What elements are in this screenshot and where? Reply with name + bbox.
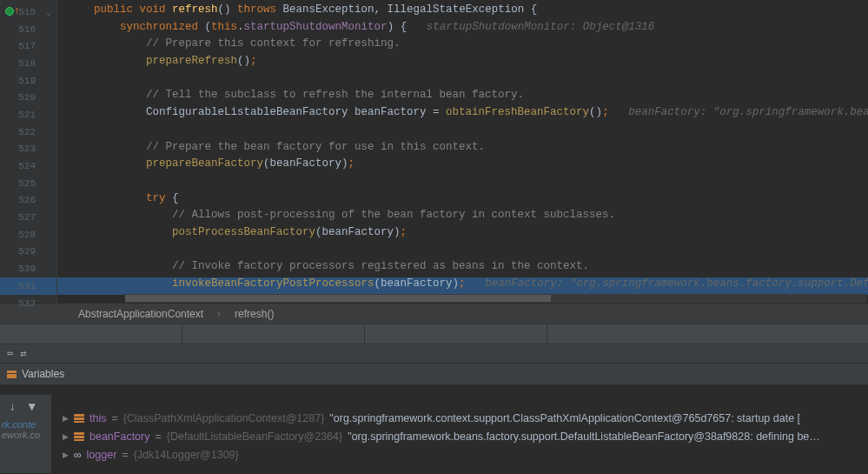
line-num[interactable]: 520 (0, 89, 56, 106)
line-num[interactable]: 523 (0, 141, 56, 158)
line-num[interactable]: 531 (0, 277, 56, 295)
horizontal-scrollbar[interactable] (125, 294, 866, 303)
object-icon (74, 432, 84, 441)
line-num[interactable]: 532 (0, 295, 56, 312)
code-line[interactable]: postProcessBeanFactory(beanFactory); (57, 226, 868, 244)
expand-arrow-icon[interactable]: ▶ (63, 451, 69, 459)
code-line[interactable]: // Invoke factory processors registered … (57, 260, 868, 277)
crumb-class[interactable]: AbstractApplicationContext (78, 308, 203, 320)
code-line[interactable]: // Tell the subclass to refresh the inte… (57, 89, 868, 106)
line-num[interactable]: 528 (0, 226, 56, 244)
code-line[interactable]: public void refresh() throws BeansExcept… (57, 3, 868, 21)
step-down-icon[interactable]: ↓ (9, 400, 16, 414)
code-line[interactable]: ConfigurableListableBeanFactory beanFact… (57, 106, 868, 124)
expand-arrow-icon[interactable]: ▶ (63, 414, 69, 423)
chevron-right-icon: › (217, 308, 221, 320)
inline-debug-hint: startupShutdownMonitor: Object@1316 (407, 21, 654, 33)
filter-icon[interactable]: ▼ (28, 400, 35, 414)
variable-row[interactable]: ▶ ∞ logger = {Jdk14Logger@1309} (56, 445, 868, 464)
line-num[interactable]: 516 (0, 21, 56, 38)
code-line[interactable]: synchronized (this.startupShutdownMonito… (57, 21, 868, 38)
line-num[interactable]: 519 (0, 72, 56, 90)
line-num[interactable]: 525 (0, 175, 56, 192)
variables-toolbar: ≔ ⇄ (0, 344, 868, 364)
line-num[interactable]: 521 (0, 106, 56, 124)
settings-icon[interactable]: ⇄ (20, 347, 26, 360)
thread-label: rk.conte (0, 419, 51, 430)
variables-header[interactable]: Variables (0, 364, 868, 384)
code-line-current[interactable]: invokeBeanFactoryPostProcessors(beanFact… (57, 277, 868, 295)
line-num[interactable]: 530 (0, 260, 56, 277)
inline-debug-hint: beanFactory: "org.springframework.beans.… (466, 277, 868, 290)
code-line[interactable] (57, 175, 868, 192)
link-icon: ∞ (74, 449, 82, 461)
code-line[interactable]: try { (57, 192, 868, 210)
line-num[interactable]: 526 (0, 192, 56, 210)
thread-label: ework.co (0, 430, 51, 440)
tab[interactable] (182, 324, 365, 344)
variables-icon (7, 371, 17, 378)
fold-icon[interactable]: ⌄ (46, 7, 51, 17)
code-editor: ↑ 515⌄ 516 517 518 519 520 521 522 523 5… (0, 0, 868, 303)
code-line[interactable]: prepareBeanFactory(beanFactory); (57, 157, 868, 175)
layout-icon[interactable]: ≔ (7, 347, 13, 360)
line-num[interactable]: 517 (0, 37, 56, 55)
code-area[interactable]: public void refresh() throws BeansExcept… (57, 0, 868, 303)
variables-list: ▶ this = {ClassPathXmlApplicationContext… (56, 409, 868, 464)
code-line[interactable]: // Allows post-processing of the bean fa… (57, 209, 868, 226)
breadcrumb: AbstractApplicationContext › refresh() (0, 303, 868, 324)
gutter: ↑ 515⌄ 516 517 518 519 520 521 522 523 5… (0, 0, 57, 303)
expand-arrow-icon[interactable]: ▶ (63, 432, 69, 441)
tab[interactable] (365, 324, 547, 344)
frames-tab-strip (0, 324, 868, 344)
code-line[interactable]: prepareRefresh(); (57, 55, 868, 72)
code-line[interactable]: // Prepare the bean factory for use in t… (57, 141, 868, 158)
inline-debug-hint: beanFactory: "org.springframework.beans.… (609, 106, 868, 118)
line-num[interactable]: 518 (0, 55, 56, 72)
line-num[interactable]: 527 (0, 209, 56, 226)
variable-row[interactable]: ▶ beanFactory = {DefaultListableBeanFact… (56, 427, 868, 445)
variable-row[interactable]: ▶ this = {ClassPathXmlApplicationContext… (56, 409, 868, 427)
tab[interactable] (0, 324, 182, 344)
line-num[interactable]: 524 (0, 157, 56, 175)
code-line[interactable] (57, 72, 868, 90)
line-num[interactable]: 529 (0, 244, 56, 261)
crumb-method[interactable]: refresh() (235, 308, 274, 320)
code-line[interactable] (57, 244, 868, 261)
code-line[interactable] (57, 124, 868, 141)
code-line[interactable]: // Prepare this context for refreshing. (57, 37, 868, 55)
line-num[interactable]: 522 (0, 124, 56, 141)
debug-left-rail: ↓ ▼ rk.conte ework.co (0, 395, 52, 473)
line-num[interactable]: 515⌄ (0, 3, 56, 21)
scrollbar-thumb[interactable] (125, 295, 551, 302)
object-icon (74, 414, 84, 423)
